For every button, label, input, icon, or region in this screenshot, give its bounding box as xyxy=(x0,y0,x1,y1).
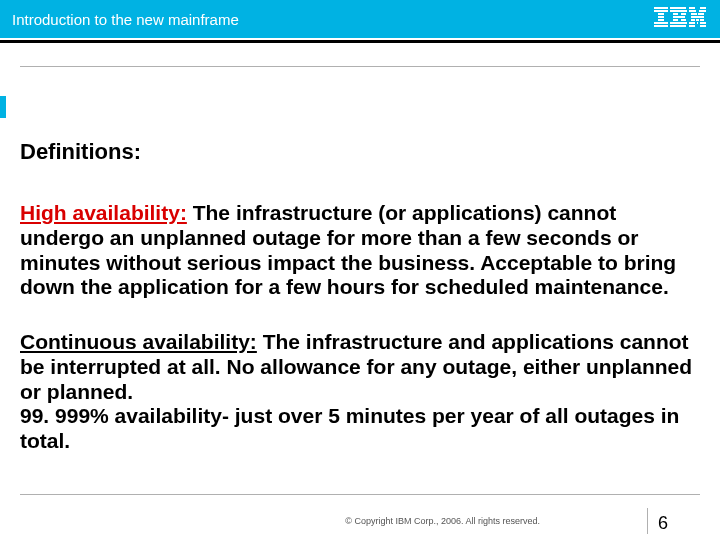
svg-rect-3 xyxy=(658,16,664,18)
svg-rect-4 xyxy=(658,19,664,21)
svg-rect-26 xyxy=(689,22,695,24)
page-number-separator xyxy=(647,508,648,534)
svg-rect-13 xyxy=(681,19,686,21)
section-title: Definitions: xyxy=(20,139,696,165)
svg-rect-5 xyxy=(654,22,668,24)
svg-rect-22 xyxy=(691,16,704,18)
svg-rect-21 xyxy=(698,13,704,15)
svg-rect-24 xyxy=(696,19,699,21)
svg-rect-20 xyxy=(691,13,697,15)
svg-rect-16 xyxy=(689,7,695,9)
side-tab xyxy=(0,96,6,118)
svg-rect-1 xyxy=(654,10,668,12)
svg-rect-19 xyxy=(699,10,706,12)
svg-rect-12 xyxy=(673,19,678,21)
copyright-text: © Copyright IBM Corp., 2006. All rights … xyxy=(345,516,540,526)
body-continuous-availability-2: 99. 999% availability- just over 5 minut… xyxy=(20,404,679,452)
svg-rect-11 xyxy=(673,16,685,18)
header-bar: Introduction to the new mainframe xyxy=(0,0,720,38)
paragraph-ha: High availability: The infrastructure (o… xyxy=(20,201,696,300)
svg-rect-2 xyxy=(658,13,664,15)
svg-rect-28 xyxy=(700,22,706,24)
footer-divider xyxy=(20,494,700,495)
svg-rect-25 xyxy=(700,19,704,21)
svg-rect-14 xyxy=(670,22,687,24)
header-title: Introduction to the new mainframe xyxy=(12,11,239,28)
svg-rect-23 xyxy=(691,19,695,21)
paragraph-ca: Continuous availability: The infrastruct… xyxy=(20,330,696,454)
page-number: 6 xyxy=(658,513,668,534)
term-continuous-availability: Continuous availability: xyxy=(20,330,257,353)
svg-rect-15 xyxy=(670,25,686,27)
term-high-availability: High availability: xyxy=(20,201,187,224)
svg-rect-30 xyxy=(700,25,706,27)
svg-rect-29 xyxy=(689,25,695,27)
svg-rect-6 xyxy=(654,25,668,27)
svg-rect-17 xyxy=(700,7,706,9)
svg-rect-7 xyxy=(670,7,686,9)
svg-rect-9 xyxy=(673,13,678,15)
header-underline xyxy=(0,40,720,43)
svg-rect-8 xyxy=(670,10,687,12)
ibm-logo-icon xyxy=(654,7,706,31)
top-divider xyxy=(20,66,700,67)
slide-content: Definitions: High availability: The infr… xyxy=(0,139,720,454)
svg-rect-27 xyxy=(697,22,698,24)
svg-rect-18 xyxy=(689,10,696,12)
svg-rect-10 xyxy=(681,13,686,15)
svg-rect-0 xyxy=(654,7,668,9)
